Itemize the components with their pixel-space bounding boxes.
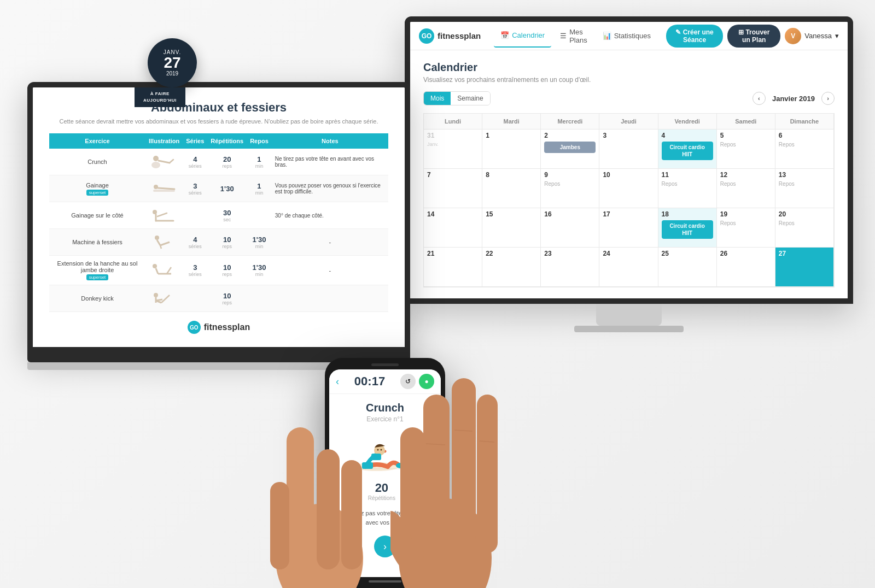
- event-jambes[interactable]: Jambes: [544, 142, 596, 153]
- nav-link-plans[interactable]: ☰ Mes Plans: [553, 25, 594, 48]
- cal-cell-10[interactable]: 10: [599, 169, 658, 208]
- desktop-nav: GO fitnessplan 📅 Calendrier ☰ Mes Plans …: [410, 22, 848, 50]
- cal-cell-21[interactable]: 21: [424, 248, 482, 287]
- svg-rect-27: [341, 460, 362, 569]
- day-header-dimanche: Dimanche: [775, 114, 834, 130]
- exercise-name: Donkey kick: [49, 285, 145, 312]
- cal-cell-6[interactable]: 6 Repos: [775, 130, 834, 169]
- nav-link-calendar[interactable]: 📅 Calendrier: [494, 25, 551, 48]
- cell-reps: 20 reps: [207, 149, 247, 175]
- user-avatar[interactable]: V Vanessa ▾: [785, 28, 839, 44]
- cal-cell-14[interactable]: 14: [424, 208, 482, 248]
- cell-rest: [247, 285, 272, 312]
- create-session-button[interactable]: ✎ Créer une Séance: [666, 25, 723, 48]
- cal-cell-19[interactable]: 19 Repos: [717, 208, 775, 248]
- cal-cell-2[interactable]: 2 Jambes: [541, 130, 599, 169]
- svg-rect-40: [477, 395, 498, 553]
- find-plan-button[interactable]: ⊞ Trouver un Plan: [727, 25, 780, 48]
- month-view-button[interactable]: Mois: [424, 92, 451, 105]
- day-header-samedi: Samedi: [717, 114, 775, 130]
- cal-cell-16[interactable]: 16: [541, 208, 599, 248]
- cell-series: 4 séries: [183, 229, 207, 256]
- cell-note: Vous pouvez poser vos genoux si l'exerci…: [272, 175, 388, 202]
- svg-point-15: [153, 264, 157, 268]
- svg-line-3: [170, 160, 173, 163]
- cal-cell-22[interactable]: 22: [482, 248, 541, 287]
- cal-cell-15[interactable]: 15: [482, 208, 541, 248]
- svg-line-23: [156, 299, 162, 301]
- today-label: À FAIREAUJOURD'HUI: [135, 87, 185, 107]
- svg-line-18: [167, 267, 171, 274]
- cal-cell-25[interactable]: 25: [658, 248, 717, 287]
- avatar-image: V: [785, 28, 801, 44]
- cell-reps: 10 reps: [207, 229, 247, 256]
- cal-cell-9[interactable]: 9 Repos: [541, 169, 599, 208]
- calendar-subtitle: Visualisez vos prochains entraînements e…: [423, 76, 835, 84]
- cell-series: [183, 285, 207, 312]
- laptop: JANV. 27 2019 À FAIREAUJOURD'HUI Abdomin…: [27, 82, 410, 370]
- day-header-lundi: Lundi: [424, 114, 482, 130]
- cell-reps: 10 reps: [207, 256, 247, 285]
- cell-note: -: [272, 256, 388, 285]
- cal-cell-26[interactable]: 26: [717, 248, 775, 287]
- next-month-button[interactable]: ›: [821, 92, 835, 105]
- table-row: Machine à fessiers 4: [49, 229, 388, 256]
- calendar-header-row: Mois Semaine ‹ Janvier 2019 ›: [423, 91, 835, 105]
- cal-cell-12[interactable]: 12 Repos: [717, 169, 775, 208]
- monitor-stand: [596, 304, 662, 326]
- cal-cell-11[interactable]: 11 Repos: [658, 169, 717, 208]
- exercise-name: Crunch: [49, 149, 145, 175]
- cal-cell-5[interactable]: 5 Repos: [717, 130, 775, 169]
- cell-rest: 1'30 min: [247, 256, 272, 285]
- exercise-illustration: [145, 256, 183, 285]
- svg-rect-39: [452, 378, 476, 548]
- cell-reps: 30 sec: [207, 202, 247, 229]
- exercise-illustration: [145, 175, 183, 202]
- cell-series: 4 séries: [183, 149, 207, 175]
- svg-line-13: [160, 242, 170, 245]
- cal-cell-23[interactable]: 23: [541, 248, 599, 287]
- cell-note: [272, 285, 388, 312]
- cal-cell-13[interactable]: 13 Repos: [775, 169, 834, 208]
- table-row: Crunch 4 séri: [49, 149, 388, 175]
- svg-point-33: [377, 449, 379, 451]
- svg-line-2: [159, 161, 170, 163]
- logo-text: fitnessplan: [438, 31, 481, 40]
- day-header-mercredi: Mercredi: [541, 114, 599, 130]
- cal-cell-20[interactable]: 20 Repos: [775, 208, 834, 248]
- event-cardio-1[interactable]: Circuit cardio HIIT: [662, 142, 713, 160]
- svg-point-0: [151, 162, 160, 168]
- date-year: 2019: [166, 70, 178, 77]
- prev-month-button[interactable]: ‹: [752, 92, 766, 105]
- svg-point-19: [154, 293, 158, 297]
- calendar-grid: Lundi Mardi Mercredi Jeudi Vendredi Same…: [423, 113, 835, 287]
- event-cardio-2[interactable]: Circuit cardio HIIT: [662, 220, 713, 239]
- cal-cell-1[interactable]: 1: [482, 130, 541, 169]
- cal-cell-4[interactable]: 4 Circuit cardio HIIT: [658, 130, 717, 169]
- cal-cell-8[interactable]: 8: [482, 169, 541, 208]
- exercise-name: Gainage sur le côté: [49, 202, 145, 229]
- cell-reps: 10 reps: [207, 285, 247, 312]
- chevron-down-icon: ▾: [835, 32, 839, 40]
- cal-cell-24[interactable]: 24: [599, 248, 658, 287]
- phone: ‹ 00:17 ↺ ● Crunch Exercice n°1: [325, 358, 445, 588]
- col-exercise: Exercice: [49, 133, 145, 149]
- nav-link-stats[interactable]: 📊 Statistiques: [596, 25, 657, 48]
- svg-point-11: [155, 236, 159, 240]
- cell-series: [183, 202, 207, 229]
- cal-cell-18[interactable]: 18 Circuit cardio HIIT: [658, 208, 717, 248]
- user-name: Vanessa: [804, 32, 832, 40]
- col-reps: Répétitions: [207, 133, 247, 149]
- exercise-name: Extension de la hanche au sol jambe droi…: [49, 256, 145, 285]
- nav-links: 📅 Calendrier ☰ Mes Plans 📊 Statistiques: [494, 25, 657, 48]
- workout-logo: GO fitnessplan: [49, 321, 388, 334]
- cal-cell-17[interactable]: 17: [599, 208, 658, 248]
- cal-cell-27[interactable]: 27: [775, 248, 834, 287]
- week-view-button[interactable]: Semaine: [451, 92, 489, 105]
- cal-cell-7[interactable]: 7: [424, 169, 482, 208]
- stats-icon: 📊: [603, 32, 611, 40]
- cal-cell-3[interactable]: 3: [599, 130, 658, 169]
- logo-icon: GO: [419, 28, 434, 44]
- cal-cell-31[interactable]: 31 Janv.: [424, 130, 482, 169]
- cell-rest: 1'30 min: [247, 229, 272, 256]
